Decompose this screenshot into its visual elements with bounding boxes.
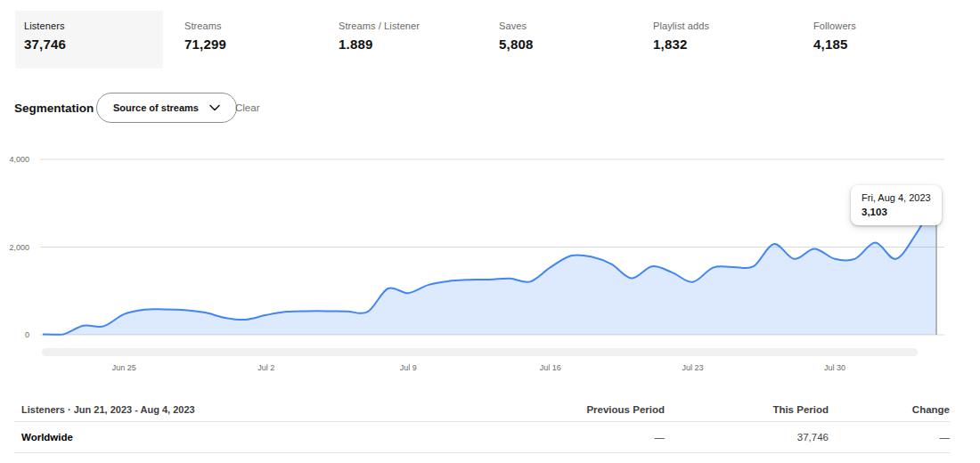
area-fill: [43, 199, 936, 335]
y-tick-label: 2,000: [0, 243, 29, 252]
chart-scrollbar[interactable]: [42, 348, 918, 356]
col-this-period: This Period: [665, 404, 829, 415]
stat-label: Playlist adds: [653, 20, 783, 31]
x-tick-label: Jul 9: [400, 363, 417, 372]
x-tick-label: Jun 25: [112, 363, 136, 372]
table-row[interactable]: Worldwide — 37,746 —: [14, 422, 950, 453]
tooltip-value: 3,103: [862, 207, 931, 217]
table-header-row: Listeners · Jun 21, 2023 - Aug 4, 2023 P…: [14, 397, 950, 422]
clear-segmentation-button[interactable]: Clear: [235, 102, 259, 113]
stat-label: Listeners: [24, 20, 154, 31]
stat-tile-followers[interactable]: Followers 4,185: [804, 11, 952, 69]
x-tick-label: Jul 16: [540, 363, 561, 372]
row-this-value: 37,746: [665, 432, 829, 443]
table-title: Listeners · Jun 21, 2023 - Aug 4, 2023: [14, 404, 504, 415]
col-previous-period: Previous Period: [504, 404, 665, 415]
row-name: Worldwide: [14, 432, 504, 443]
x-tick-label: Jul 23: [682, 363, 703, 372]
artist-analytics-page: Listeners 37,746 Streams 71,299 Streams …: [0, 0, 980, 463]
x-tick-label: Jul 30: [824, 363, 845, 372]
stat-label: Streams: [184, 20, 314, 31]
stat-label: Streams / Listener: [339, 20, 469, 31]
stat-tile-playlist-adds[interactable]: Playlist adds 1,832: [644, 11, 792, 69]
stat-tile-streams[interactable]: Streams 71,299: [176, 11, 323, 69]
row-change-value: —: [829, 432, 950, 443]
stat-value: 1,832: [653, 37, 783, 52]
dropdown-label: Source of streams: [113, 102, 199, 113]
source-of-streams-dropdown[interactable]: Source of streams: [96, 93, 237, 123]
stat-tile-listeners[interactable]: Listeners 37,746: [15, 11, 163, 69]
stat-tile-streams-per-listener[interactable]: Streams / Listener 1.889: [330, 11, 478, 69]
stat-value: 37,746: [24, 37, 154, 52]
stat-value: 5,808: [499, 37, 629, 52]
x-tick-label: Jul 2: [257, 363, 274, 372]
stat-label: Followers: [813, 20, 943, 31]
stat-value: 71,299: [184, 37, 314, 52]
y-tick-label: 4,000: [0, 155, 29, 164]
y-tick-label: 0: [0, 330, 29, 339]
tooltip-date: Fri, Aug 4, 2023: [862, 192, 931, 203]
listeners-breakdown-table: Listeners · Jun 21, 2023 - Aug 4, 2023 P…: [14, 397, 950, 453]
listeners-area-chart[interactable]: [0, 147, 980, 347]
segmentation-title: Segmentation: [14, 102, 94, 115]
chart-tooltip: Fri, Aug 4, 2023 3,103: [851, 185, 942, 225]
stat-tile-saves[interactable]: Saves 5,808: [490, 11, 638, 69]
stat-value: 4,185: [813, 37, 943, 52]
stat-label: Saves: [499, 20, 629, 31]
col-change: Change: [829, 404, 950, 415]
stat-value: 1.889: [339, 37, 469, 52]
row-previous-value: —: [504, 432, 665, 443]
chevron-down-icon: [209, 104, 220, 111]
